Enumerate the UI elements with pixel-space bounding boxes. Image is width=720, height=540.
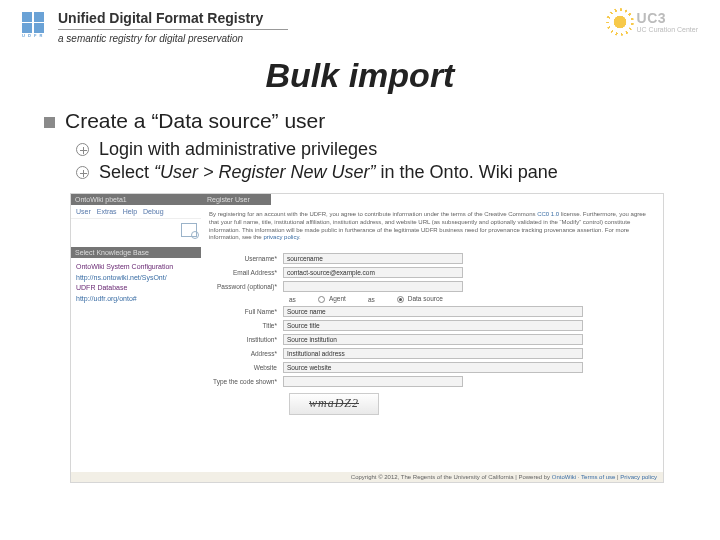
menu-debug[interactable]: Debug (143, 208, 164, 215)
slide-title: Bulk import (0, 56, 720, 95)
register-form: Username*sourcename Email Address*contac… (201, 246, 663, 419)
captcha-input[interactable] (283, 376, 463, 387)
website-input[interactable]: Source website (283, 362, 583, 373)
kb-header: Select Knowledge Base (71, 247, 201, 258)
menu-user[interactable]: User (76, 208, 91, 215)
right-pane: Register User By registering for an acco… (201, 194, 663, 482)
circled-plus-icon (76, 166, 89, 179)
bullet-level1: Create a “Data source” user (44, 109, 676, 133)
radio-datasource-label: Data source (408, 295, 443, 302)
left-pane: OntoWiki pbeta1 User Extras Help Debug S… (71, 194, 201, 482)
menu-extras[interactable]: Extras (97, 208, 117, 215)
uc3-logo: UC3 UC Curation Center (609, 10, 698, 33)
bullet-2b-post: in the Onto. Wiki pane (376, 162, 558, 182)
bullet-2b-ital: “User > Register New User” (154, 162, 376, 182)
uc3-org: UC Curation Center (637, 26, 698, 33)
footer-terms-link[interactable]: Terms of use (581, 474, 615, 480)
header-subtitle: a semantic registry for digital preserva… (58, 33, 288, 44)
address-input[interactable]: Institutional address (283, 348, 583, 359)
captcha-label: Type the code shown* (209, 378, 283, 385)
bullet-2a-text: Login with administrative privileges (99, 139, 377, 160)
header-title: Unified Digital Format Registry (58, 10, 288, 26)
header-titles: Unified Digital Format Registry a semant… (58, 10, 288, 44)
bullet-level2: Login with administrative privileges (76, 139, 676, 160)
left-tab: OntoWiki pbeta1 (71, 194, 201, 205)
password-input[interactable] (283, 281, 463, 292)
footer-ontowiki-link[interactable]: OntoWiki (552, 474, 576, 480)
email-input[interactable]: contact-source@example.com (283, 267, 463, 278)
website-label: Website (209, 364, 283, 371)
menu-help[interactable]: Help (123, 208, 137, 215)
header-rule (58, 29, 288, 30)
title-label: Title* (209, 322, 283, 329)
uc3-brand: UC3 (637, 10, 698, 26)
right-tab: Register User (201, 194, 271, 205)
footer-copyright: Copyright © 2012, The Regents of the Uni… (351, 474, 552, 480)
sun-icon (609, 11, 631, 33)
password-label: Password (optional)* (209, 283, 283, 290)
square-bullet-icon (44, 117, 55, 128)
footer-privacy-link[interactable]: Privacy policy (620, 474, 657, 480)
radio-agent[interactable] (318, 296, 325, 303)
institution-input[interactable]: Source institution (283, 334, 583, 345)
fullname-label: Full Name* (209, 308, 283, 315)
kb-item-name[interactable]: OntoWiki System Configuration (76, 262, 196, 273)
bullet-list: Create a “Data source” user Login with a… (0, 109, 720, 183)
kb-item-name[interactable]: UDFR Database (76, 283, 196, 294)
username-label: Username* (209, 255, 283, 262)
kb-icon (181, 223, 197, 237)
disclaimer-text: By registering for an account with the U… (201, 205, 663, 246)
menu-bar: User Extras Help Debug (71, 205, 201, 219)
institution-label: Institution* (209, 336, 283, 343)
role-radios: as Agent as Data source (289, 295, 655, 303)
bullet-2b-text: Select “User > Register New User” in the… (99, 162, 558, 183)
title-input[interactable]: Source title (283, 320, 583, 331)
kb-item-url[interactable]: http://ns.ontowiki.net/SysOnt/ (76, 273, 196, 284)
kb-item-url[interactable]: http://udfr.org/onto# (76, 294, 196, 305)
role-label: as (368, 296, 375, 303)
cc0-link[interactable]: CC0 1.0 (537, 211, 559, 217)
bullet-1-text: Create a “Data source” user (65, 109, 325, 133)
email-label: Email Address* (209, 269, 283, 276)
header-left: U D F R Unified Digital Format Registry … (22, 10, 288, 44)
header: U D F R Unified Digital Format Registry … (0, 0, 720, 48)
radio-agent-label: Agent (329, 295, 346, 302)
footer: Copyright © 2012, The Regents of the Uni… (71, 472, 663, 482)
radio-datasource[interactable] (397, 296, 404, 303)
username-input[interactable]: sourcename (283, 253, 463, 264)
disclaimer-part1: By registering for an account with the U… (209, 211, 537, 217)
embedded-screenshot: OntoWiki pbeta1 User Extras Help Debug S… (70, 193, 664, 483)
bullet-2b-pre: Select (99, 162, 154, 182)
privacy-link[interactable]: privacy policy (263, 234, 299, 240)
udfr-logo-icon: U D F R (22, 10, 50, 38)
fullname-input[interactable]: Source name (283, 306, 583, 317)
captcha-image: wmaDZ2 (289, 393, 379, 415)
kb-list: OntoWiki System Configuration http://ns.… (71, 258, 201, 308)
role-label: as (289, 296, 296, 303)
address-label: Address* (209, 350, 283, 357)
circled-plus-icon (76, 143, 89, 156)
bullet-level2: Select “User > Register New User” in the… (76, 162, 676, 183)
